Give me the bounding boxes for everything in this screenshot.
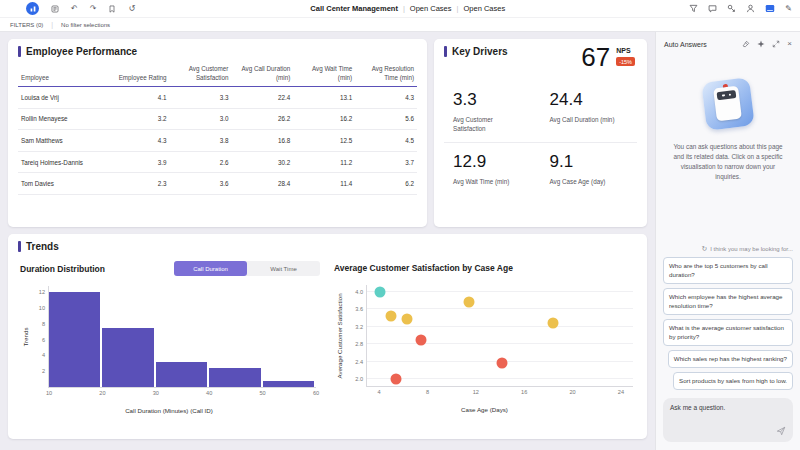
edit-icon[interactable]: ✎ xyxy=(785,5,792,13)
cell-employee[interactable]: Sam Matthews xyxy=(18,130,108,152)
cell-wait-time[interactable]: 12.5 xyxy=(293,130,355,152)
clear-icon[interactable] xyxy=(742,40,750,48)
col-avg-wait-time[interactable]: Avg Wait Time (min) xyxy=(293,62,355,87)
cell-rating[interactable]: 4.1 xyxy=(108,87,170,109)
col-employee[interactable]: Employee xyxy=(18,62,108,87)
cell-call-duration[interactable]: 22.4 xyxy=(231,87,293,109)
key-drivers-card[interactable]: Key Drivers 67 NPS -15% 3.3 Avg Customer… xyxy=(434,39,647,227)
auto-answers-panel-icon[interactable] xyxy=(765,4,775,13)
metric-label: Avg Wait Time (min) xyxy=(453,177,525,186)
logo-glyph xyxy=(29,5,37,13)
cell-resolution-time[interactable]: 4.5 xyxy=(355,130,417,152)
cell-satisfaction[interactable]: 3.3 xyxy=(170,87,232,109)
comment-icon[interactable] xyxy=(708,4,717,13)
nps-kpi[interactable]: 67 NPS -15% xyxy=(581,44,635,70)
cell-rating[interactable]: 3.9 xyxy=(108,151,170,173)
histogram-bar[interactable] xyxy=(263,381,315,387)
cell-employee[interactable]: Tom Davies xyxy=(18,173,108,195)
cell-call-duration[interactable]: 26.2 xyxy=(231,108,293,130)
cell-resolution-time[interactable]: 5.6 xyxy=(355,108,417,130)
cell-wait-time[interactable]: 13.1 xyxy=(293,87,355,109)
suggestion-chip[interactable]: What is the average customer satisfactio… xyxy=(663,319,793,346)
redo-icon[interactable]: ↷ xyxy=(90,5,97,13)
cell-satisfaction[interactable]: 3.0 xyxy=(170,108,232,130)
cell-satisfaction[interactable]: 3.8 xyxy=(170,130,232,152)
table-row[interactable]: Sam Matthews 4.3 3.8 16.8 12.5 4.5 xyxy=(18,130,417,152)
scatter-point[interactable] xyxy=(497,358,508,369)
employee-performance-card[interactable]: Employee Performance Employee Employee R… xyxy=(8,39,427,227)
collaboration-icon[interactable] xyxy=(727,4,736,13)
metric-value: 9.1 xyxy=(550,152,636,172)
filter-icon[interactable] xyxy=(689,4,698,13)
cell-employee[interactable]: Louisa de Vrij xyxy=(18,87,108,109)
trends-card[interactable]: Trends Duration Distribution Call Durati… xyxy=(8,234,647,439)
suggestion-chip[interactable]: Which employee has the highest average r… xyxy=(663,288,793,315)
histogram-bar[interactable] xyxy=(49,292,101,387)
cell-employee[interactable]: Rollin Menayese xyxy=(18,108,108,130)
cell-rating[interactable]: 3.2 xyxy=(108,108,170,130)
metric-avg-wait-time[interactable]: 12.9 Avg Wait Time (min) xyxy=(444,143,541,195)
cell-resolution-time[interactable]: 3.7 xyxy=(355,151,417,173)
scatter-point[interactable] xyxy=(391,373,402,384)
tab-wait-time[interactable]: Wait Time xyxy=(247,261,320,276)
col-employee-rating[interactable]: Employee Rating xyxy=(108,62,170,87)
sparkle-icon[interactable] xyxy=(757,40,765,48)
col-avg-resolution-time[interactable]: Avg Resolution Time (min) xyxy=(355,62,417,87)
suggestion-chip[interactable]: Sort products by sales from high to low. xyxy=(673,372,793,390)
col-avg-customer-satisfaction[interactable]: Avg Customer Satisfaction xyxy=(170,62,232,87)
expand-icon[interactable] xyxy=(772,40,780,48)
refresh-icon[interactable]: ↻ xyxy=(701,245,707,253)
cell-wait-time[interactable]: 11.4 xyxy=(293,173,355,195)
suggestion-chip[interactable]: Who are the top 5 customers by call dura… xyxy=(663,257,793,284)
table-row[interactable]: Tom Davies 2.3 3.6 28.4 11.4 6.2 xyxy=(18,173,417,195)
cell-rating[interactable]: 2.3 xyxy=(108,173,170,195)
histogram-bar[interactable] xyxy=(209,368,261,387)
undo-icon[interactable]: ↶ xyxy=(71,5,78,13)
cell-call-duration[interactable]: 28.4 xyxy=(231,173,293,195)
cell-resolution-time[interactable]: 4.3 xyxy=(355,87,417,109)
tab-call-duration[interactable]: Call Duration xyxy=(174,261,247,276)
metric-avg-customer-satisfaction[interactable]: 3.3 Avg Customer Satisfaction xyxy=(444,81,541,143)
scatter-point[interactable] xyxy=(375,286,386,297)
metric-avg-call-duration[interactable]: 24.4 Avg Call Duration (min) xyxy=(541,81,638,143)
table-row[interactable]: Tareiq Holmes-Dannis 3.9 2.6 30.2 11.2 3… xyxy=(18,151,417,173)
metric-avg-case-age[interactable]: 9.1 Avg Case Age (day) xyxy=(541,143,638,195)
table-row[interactable]: Louisa de Vrij 4.1 3.3 22.4 13.1 4.3 xyxy=(18,87,417,109)
cell-wait-time[interactable]: 16.2 xyxy=(293,108,355,130)
breadcrumb-separator: | xyxy=(457,4,459,13)
tab-open-cases-1[interactable]: Open Cases xyxy=(410,4,452,13)
scatter-point[interactable] xyxy=(401,313,412,324)
bookmark-icon[interactable] xyxy=(108,5,116,13)
tab-open-cases-2[interactable]: Open Cases xyxy=(464,4,506,13)
histogram-bar[interactable] xyxy=(102,328,154,387)
table-row[interactable]: Rollin Menayese 3.2 3.0 26.2 16.2 5.6 xyxy=(18,108,417,130)
send-icon[interactable] xyxy=(776,426,786,437)
histogram-xtick: 30 xyxy=(153,390,159,396)
duration-distribution-chart[interactable]: Duration Distribution Call Duration Wait… xyxy=(18,261,320,414)
scatter-point[interactable] xyxy=(463,296,474,307)
cell-satisfaction[interactable]: 2.6 xyxy=(170,151,232,173)
satisfaction-by-case-age-chart[interactable]: Average Customer Satisfaction by Case Ag… xyxy=(332,261,637,414)
history-icon[interactable]: ↺ xyxy=(128,5,135,13)
scatter-point[interactable] xyxy=(386,310,397,321)
user-icon[interactable] xyxy=(746,4,755,13)
question-input[interactable]: Ask me a question. xyxy=(663,398,793,442)
suggestion-chip[interactable]: Which sales rep has the highest ranking? xyxy=(668,350,793,368)
report-icon[interactable] xyxy=(51,5,59,13)
suggestions-header[interactable]: ↻ I think you may be looking for... xyxy=(701,245,793,253)
scatter-point[interactable] xyxy=(416,334,427,345)
cell-call-duration[interactable]: 16.8 xyxy=(231,130,293,152)
close-icon[interactable]: × xyxy=(787,40,792,48)
cell-wait-time[interactable]: 11.2 xyxy=(293,151,355,173)
histogram-xtick: 40 xyxy=(206,390,212,396)
col-avg-call-duration[interactable]: Avg Call Duration (min) xyxy=(231,62,293,87)
cell-rating[interactable]: 4.3 xyxy=(108,130,170,152)
scatter-point[interactable] xyxy=(548,318,559,329)
cell-resolution-time[interactable]: 6.2 xyxy=(355,173,417,195)
cell-employee[interactable]: Tareiq Holmes-Dannis xyxy=(18,151,108,173)
filters-count-label[interactable]: FILTERS (0) xyxy=(10,22,43,28)
cell-call-duration[interactable]: 30.2 xyxy=(231,151,293,173)
cell-satisfaction[interactable]: 3.6 xyxy=(170,173,232,195)
app-logo[interactable] xyxy=(26,2,39,15)
histogram-bar[interactable] xyxy=(156,362,208,387)
